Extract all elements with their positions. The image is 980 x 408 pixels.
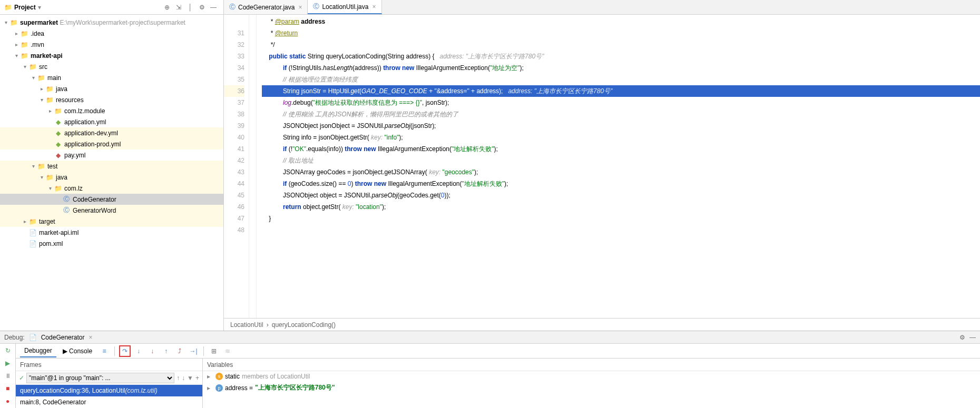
project-header: 📁 Project ▾ ⊕ ⇲ │ ⚙ — [0,0,223,15]
frames-title: Frames [16,359,202,371]
tree-item[interactable]: ▾📁com.lz [0,183,223,194]
thread-selector-row: ✓ "main"@1 in group "main": ... ↑ ↓ ▼ + [16,371,202,385]
filter-icon[interactable]: ▼ [187,374,193,382]
close-icon[interactable]: × [372,3,376,11]
tree-item[interactable]: ▸📁target [0,216,223,227]
thread-select[interactable]: "main"@1 in group "main": ... [26,373,174,383]
debug-run-toolbar: ↻ ▶ ⏸ ■ ● [0,344,16,408]
pause-icon[interactable]: ⏸ [3,371,13,381]
gear-icon[interactable]: ⚙ [959,334,965,341]
tree-item[interactable]: ⒸGeneratorWord [0,205,223,216]
add-icon[interactable]: + [195,374,199,382]
tree-item[interactable]: ▾📁resources [0,94,223,105]
code-area[interactable]: * @param address * @return */ public sta… [257,15,980,318]
rerun-icon[interactable]: ↻ [3,346,13,355]
expand-icon[interactable]: ⇲ [173,2,184,13]
tree-item[interactable]: ▾📁main [0,72,223,83]
tree-item[interactable]: ▸📁com.lz.module [0,105,223,116]
next-frame-icon[interactable]: ↓ [182,374,185,382]
tree-item[interactable]: ▾📁test [0,161,223,172]
tree-item[interactable]: ▾📁market-api [0,50,223,61]
chevron-right-icon: › [267,321,269,329]
close-icon[interactable]: × [89,334,92,341]
editor-tabs: ⒸCodeGenerator.java×ⒸLocationUtil.java× [224,0,980,15]
file-icon: Ⓒ [229,3,236,12]
variables-column: Variables ▸s static members of LocationU… [203,359,980,408]
tree-item[interactable]: ▸📁.mvn [0,39,223,50]
frame-item[interactable]: main:8, CodeGenerator [16,396,202,408]
gutter[interactable]: 313233343536373839404142434445464748 [224,15,249,318]
tree-item[interactable]: 📄market-api.iml [0,227,223,238]
tree-item[interactable]: ◆application.yml [0,116,223,127]
variables-title: Variables [203,359,980,371]
stop-icon[interactable]: ■ [3,384,13,393]
project-icon: 📁 [4,4,12,11]
debug-toolbar: Debugger ▶ Console ≡ ↷ ↓ ↓ ↑ ⤴ →| ⊞ ≋ [16,344,980,359]
trace-icon[interactable]: ≋ [222,345,233,357]
evaluate-icon[interactable]: ⊞ [208,345,220,357]
variable-row[interactable]: ▸p address = "上海市长宁区长宁路780号" [203,382,980,394]
resume-icon[interactable]: ▶ [3,359,13,368]
view-breakpoints-icon[interactable]: ● [3,396,13,406]
tree-root[interactable]: ▾📁supermarket E:\myWork\supermarket-proj… [0,17,223,28]
tree-item[interactable]: ▾📁src [0,61,223,72]
tree-item[interactable]: ▸📁java [0,83,223,94]
editor-tab[interactable]: ⒸCodeGenerator.java× [224,0,308,14]
debug-session[interactable]: CodeGenerator [41,334,85,341]
editor-panel: ⒸCodeGenerator.java×ⒸLocationUtil.java× … [224,0,980,331]
tree-item[interactable]: ▾📁java [0,172,223,183]
tab-console[interactable]: ▶ Console [58,345,96,357]
prev-frame-icon[interactable]: ↑ [177,374,180,382]
project-title: Project [14,4,36,11]
file-icon: Ⓒ [313,2,319,11]
editor-tab[interactable]: ⒸLocationUtil.java× [308,0,381,14]
threads-icon[interactable]: ≡ [99,345,110,357]
collapse-icon[interactable]: │ [184,2,196,13]
close-icon[interactable]: × [298,4,302,11]
frames-column: Frames ✓ "main"@1 in group "main": ... ↑… [16,359,203,408]
crumb-method[interactable]: queryLocationCoding() [272,321,336,329]
tree-item[interactable]: 📄pom.xml [0,238,223,249]
debug-label: Debug: [4,334,25,341]
tree-item[interactable]: ◆application-prod.yml [0,138,223,150]
debug-session-icon: 📄 [29,334,37,341]
minimize-icon[interactable]: — [969,334,976,341]
tree-item[interactable]: ◆pay.yml [0,150,223,161]
step-over-icon[interactable]: ↷ [119,345,131,357]
variable-row[interactable]: ▸s static members of LocationUtil [203,371,980,382]
project-panel: 📁 Project ▾ ⊕ ⇲ │ ⚙ — ▾📁supermarket E:\m… [0,0,224,331]
tree-item[interactable]: ▸📁.idea [0,28,223,39]
frame-item[interactable]: queryLocationCoding:36, LocationUtil (co… [16,385,202,396]
hide-icon[interactable]: — [208,2,219,13]
project-tree[interactable]: ▾📁supermarket E:\myWork\supermarket-proj… [0,15,223,331]
tree-item[interactable]: ⒸCodeGenerator [0,194,223,205]
settings-icon[interactable]: ⚙ [196,2,208,13]
locate-icon[interactable]: ⊕ [161,2,173,13]
run-to-cursor-icon[interactable]: →| [188,345,199,357]
step-into-icon[interactable]: ↓ [133,345,144,357]
debug-panel: Debug: 📄 CodeGenerator × ⚙ — ↻ ▶ ⏸ ■ ● D… [0,331,980,408]
check-icon: ✓ [19,374,24,382]
tab-debugger[interactable]: Debugger [20,345,56,357]
crumb-class[interactable]: LocationUtil [230,321,263,329]
tree-item[interactable]: ◆application-dev.yml [0,127,223,138]
force-step-into-icon[interactable]: ↓ [146,345,158,357]
step-out-icon[interactable]: ↑ [160,345,172,357]
drop-frame-icon[interactable]: ⤴ [174,345,185,357]
dropdown-icon[interactable]: ▾ [38,4,41,11]
breadcrumb[interactable]: LocationUtil › queryLocationCoding() [224,318,980,331]
